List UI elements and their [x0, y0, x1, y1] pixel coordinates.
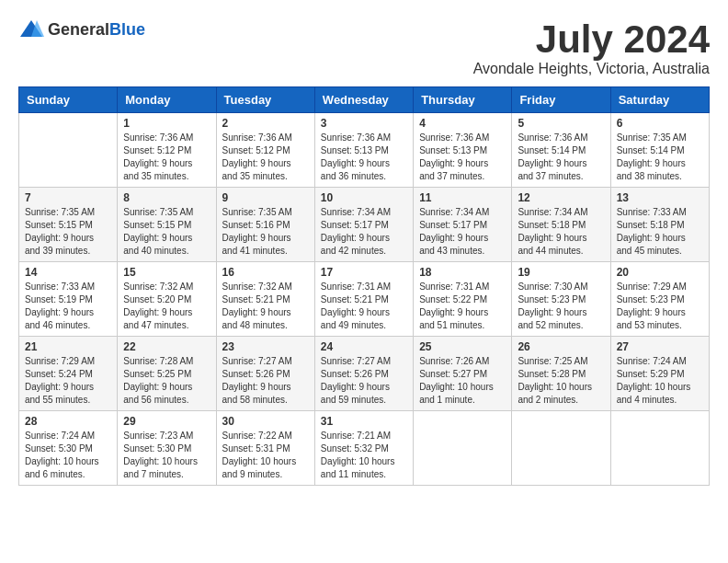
calendar-cell: 5Sunrise: 7:36 AM Sunset: 5:14 PM Daylig… — [512, 113, 610, 188]
calendar-week-5: 28Sunrise: 7:24 AM Sunset: 5:30 PM Dayli… — [19, 411, 710, 486]
calendar-cell: 21Sunrise: 7:29 AM Sunset: 5:24 PM Dayli… — [19, 337, 118, 411]
weekday-header-thursday: Thursday — [414, 87, 512, 113]
calendar-cell: 25Sunrise: 7:26 AM Sunset: 5:27 PM Dayli… — [414, 337, 512, 411]
day-info: Sunrise: 7:31 AM Sunset: 5:22 PM Dayligh… — [419, 281, 506, 332]
weekday-header-tuesday: Tuesday — [216, 87, 314, 113]
day-info: Sunrise: 7:24 AM Sunset: 5:29 PM Dayligh… — [617, 355, 703, 407]
weekday-header-sunday: Sunday — [19, 87, 118, 113]
calendar-cell: 24Sunrise: 7:27 AM Sunset: 5:26 PM Dayli… — [314, 337, 413, 411]
day-info: Sunrise: 7:36 AM Sunset: 5:12 PM Dayligh… — [123, 132, 210, 183]
calendar-cell: 14Sunrise: 7:33 AM Sunset: 5:19 PM Dayli… — [19, 262, 118, 337]
day-number: 20 — [617, 266, 703, 279]
day-info: Sunrise: 7:27 AM Sunset: 5:26 PM Dayligh… — [222, 355, 309, 407]
day-info: Sunrise: 7:36 AM Sunset: 5:12 PM Dayligh… — [222, 132, 309, 183]
day-number: 1 — [123, 117, 210, 130]
calendar-cell: 15Sunrise: 7:32 AM Sunset: 5:20 PM Dayli… — [118, 262, 216, 337]
day-number: 28 — [25, 415, 111, 428]
day-number: 16 — [222, 266, 309, 279]
day-info: Sunrise: 7:36 AM Sunset: 5:14 PM Dayligh… — [518, 132, 604, 183]
calendar-cell: 2Sunrise: 7:36 AM Sunset: 5:12 PM Daylig… — [216, 113, 314, 188]
calendar-cell: 26Sunrise: 7:25 AM Sunset: 5:28 PM Dayli… — [512, 337, 610, 411]
weekday-header-monday: Monday — [118, 87, 216, 113]
logo-icon — [18, 18, 44, 40]
calendar-cell: 16Sunrise: 7:32 AM Sunset: 5:21 PM Dayli… — [216, 262, 314, 337]
location-subtitle: Avondale Heights, Victoria, Australia — [473, 61, 710, 77]
calendar-week-2: 7Sunrise: 7:35 AM Sunset: 5:15 PM Daylig… — [19, 188, 710, 262]
calendar-week-1: 1Sunrise: 7:36 AM Sunset: 5:12 PM Daylig… — [19, 113, 710, 188]
weekday-header-friday: Friday — [512, 87, 610, 113]
day-number: 18 — [419, 266, 506, 279]
title-block: July 2024 Avondale Heights, Victoria, Au… — [473, 18, 710, 77]
calendar-cell: 10Sunrise: 7:34 AM Sunset: 5:17 PM Dayli… — [314, 188, 413, 262]
day-number: 8 — [123, 191, 210, 204]
day-info: Sunrise: 7:34 AM Sunset: 5:17 PM Dayligh… — [321, 206, 407, 258]
day-number: 9 — [222, 191, 309, 204]
day-info: Sunrise: 7:29 AM Sunset: 5:24 PM Dayligh… — [25, 355, 111, 407]
calendar-week-3: 14Sunrise: 7:33 AM Sunset: 5:19 PM Dayli… — [19, 262, 710, 337]
calendar-cell: 27Sunrise: 7:24 AM Sunset: 5:29 PM Dayli… — [610, 337, 709, 411]
logo-blue: Blue — [109, 20, 145, 39]
day-number: 29 — [123, 415, 210, 428]
day-number: 27 — [617, 340, 703, 353]
day-info: Sunrise: 7:33 AM Sunset: 5:19 PM Dayligh… — [25, 281, 111, 332]
day-info: Sunrise: 7:30 AM Sunset: 5:23 PM Dayligh… — [518, 281, 604, 332]
calendar-cell: 20Sunrise: 7:29 AM Sunset: 5:23 PM Dayli… — [610, 262, 709, 337]
day-info: Sunrise: 7:34 AM Sunset: 5:18 PM Dayligh… — [518, 206, 604, 258]
day-info: Sunrise: 7:29 AM Sunset: 5:23 PM Dayligh… — [617, 281, 703, 332]
day-number: 13 — [617, 191, 703, 204]
day-number: 25 — [419, 340, 506, 353]
calendar-cell — [610, 411, 709, 486]
logo: GeneralBlue — [18, 18, 145, 40]
day-number: 24 — [321, 340, 407, 353]
day-number: 22 — [123, 340, 210, 353]
calendar-cell: 29Sunrise: 7:23 AM Sunset: 5:30 PM Dayli… — [118, 411, 216, 486]
day-info: Sunrise: 7:32 AM Sunset: 5:21 PM Dayligh… — [222, 281, 309, 332]
day-number: 23 — [222, 340, 309, 353]
day-number: 15 — [123, 266, 210, 279]
calendar-table: SundayMondayTuesdayWednesdayThursdayFrid… — [18, 86, 710, 486]
calendar-cell: 6Sunrise: 7:35 AM Sunset: 5:14 PM Daylig… — [610, 113, 709, 188]
day-info: Sunrise: 7:25 AM Sunset: 5:28 PM Dayligh… — [518, 355, 604, 407]
day-info: Sunrise: 7:26 AM Sunset: 5:27 PM Dayligh… — [419, 355, 506, 407]
calendar-cell: 22Sunrise: 7:28 AM Sunset: 5:25 PM Dayli… — [118, 337, 216, 411]
day-number: 3 — [321, 117, 407, 130]
calendar-header-row: SundayMondayTuesdayWednesdayThursdayFrid… — [19, 87, 710, 113]
calendar-cell: 7Sunrise: 7:35 AM Sunset: 5:15 PM Daylig… — [19, 188, 118, 262]
day-number: 2 — [222, 117, 309, 130]
day-number: 12 — [518, 191, 604, 204]
day-info: Sunrise: 7:35 AM Sunset: 5:15 PM Dayligh… — [123, 206, 210, 258]
day-number: 7 — [25, 191, 111, 204]
day-info: Sunrise: 7:28 AM Sunset: 5:25 PM Dayligh… — [123, 355, 210, 407]
calendar-cell: 30Sunrise: 7:22 AM Sunset: 5:31 PM Dayli… — [216, 411, 314, 486]
day-info: Sunrise: 7:21 AM Sunset: 5:32 PM Dayligh… — [321, 430, 407, 481]
day-number: 6 — [617, 117, 703, 130]
day-number: 14 — [25, 266, 111, 279]
day-number: 31 — [321, 415, 407, 428]
weekday-header-saturday: Saturday — [610, 87, 709, 113]
day-info: Sunrise: 7:27 AM Sunset: 5:26 PM Dayligh… — [321, 355, 407, 407]
calendar-cell: 13Sunrise: 7:33 AM Sunset: 5:18 PM Dayli… — [610, 188, 709, 262]
day-info: Sunrise: 7:31 AM Sunset: 5:21 PM Dayligh… — [321, 281, 407, 332]
calendar-cell: 9Sunrise: 7:35 AM Sunset: 5:16 PM Daylig… — [216, 188, 314, 262]
calendar-cell — [19, 113, 118, 188]
day-number: 19 — [518, 266, 604, 279]
logo-general: General — [48, 20, 109, 39]
day-info: Sunrise: 7:35 AM Sunset: 5:14 PM Dayligh… — [617, 132, 703, 183]
day-number: 26 — [518, 340, 604, 353]
day-info: Sunrise: 7:36 AM Sunset: 5:13 PM Dayligh… — [419, 132, 506, 183]
calendar-cell: 1Sunrise: 7:36 AM Sunset: 5:12 PM Daylig… — [118, 113, 216, 188]
calendar-cell: 19Sunrise: 7:30 AM Sunset: 5:23 PM Dayli… — [512, 262, 610, 337]
calendar-cell: 8Sunrise: 7:35 AM Sunset: 5:15 PM Daylig… — [118, 188, 216, 262]
calendar-week-4: 21Sunrise: 7:29 AM Sunset: 5:24 PM Dayli… — [19, 337, 710, 411]
calendar-cell: 17Sunrise: 7:31 AM Sunset: 5:21 PM Dayli… — [314, 262, 413, 337]
calendar-cell: 28Sunrise: 7:24 AM Sunset: 5:30 PM Dayli… — [19, 411, 118, 486]
day-info: Sunrise: 7:35 AM Sunset: 5:15 PM Dayligh… — [25, 206, 111, 258]
day-info: Sunrise: 7:36 AM Sunset: 5:13 PM Dayligh… — [321, 132, 407, 183]
calendar-cell: 18Sunrise: 7:31 AM Sunset: 5:22 PM Dayli… — [414, 262, 512, 337]
day-info: Sunrise: 7:32 AM Sunset: 5:20 PM Dayligh… — [123, 281, 210, 332]
day-info: Sunrise: 7:35 AM Sunset: 5:16 PM Dayligh… — [222, 206, 309, 258]
month-title: July 2024 — [473, 18, 710, 61]
day-number: 5 — [518, 117, 604, 130]
day-number: 10 — [321, 191, 407, 204]
day-number: 30 — [222, 415, 309, 428]
